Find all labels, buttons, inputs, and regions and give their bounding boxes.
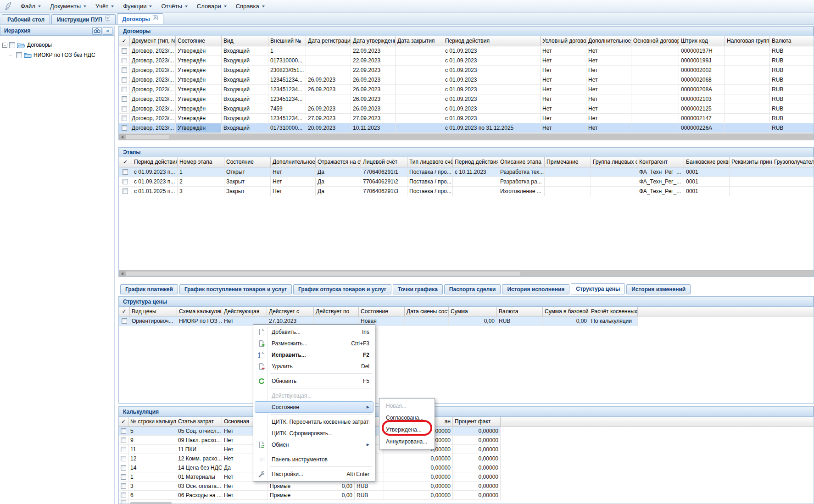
- cell[interactable]: Поставка / про...: [407, 187, 453, 196]
- cell[interactable]: RUB: [770, 46, 814, 55]
- column-header[interactable]: Тип лицевого счёт: [407, 157, 453, 167]
- row-checkbox-cell[interactable]: [119, 114, 130, 123]
- cell[interactable]: [631, 104, 679, 113]
- cell[interactable]: Утверждён: [176, 123, 222, 133]
- row-checkbox-cell[interactable]: [119, 436, 128, 444]
- row-checkbox-cell[interactable]: [119, 187, 132, 196]
- row-checkbox-cell[interactable]: [119, 426, 128, 435]
- subtab-график-отпуска-товаров-и-услуг[interactable]: График отпуска товаров и услуг: [293, 284, 391, 294]
- cell[interactable]: Входящий: [222, 114, 268, 123]
- column-header[interactable]: ✓: [119, 157, 132, 167]
- row-checkbox-cell[interactable]: [119, 167, 132, 177]
- cell[interactable]: Договор, 2023/...: [130, 56, 176, 65]
- cell[interactable]: [453, 177, 498, 186]
- cell[interactable]: Договор, 2023/...: [130, 114, 176, 123]
- table-row[interactable]: с 01.09.2023 п...2ЗакрытНетДа7706406291\…: [119, 177, 814, 187]
- menubar-item[interactable]: Справка: [231, 1, 269, 11]
- menu-item-панель-инструментов[interactable]: Панель инструментов: [255, 454, 374, 465]
- cell[interactable]: Да: [316, 177, 361, 186]
- column-header[interactable]: Номер этапа: [178, 157, 224, 167]
- column-header[interactable]: Дата смены состо: [405, 307, 449, 316]
- cell[interactable]: 0,00: [543, 316, 589, 326]
- cell[interactable]: 123451234...: [268, 94, 306, 104]
- cell[interactable]: [631, 56, 679, 65]
- cell[interactable]: Разработка тех...: [498, 167, 545, 177]
- tree-node-niokr[interactable]: НИОКР по ГОЗ без НДС: [2, 50, 114, 60]
- menu-item-удалить[interactable]: УдалитьDel: [255, 360, 374, 372]
- cell[interactable]: Закрыт: [224, 187, 271, 196]
- menu-item-действующая[interactable]: Действующая...: [255, 390, 374, 401]
- cell[interactable]: 27.09.2023: [306, 114, 351, 123]
- cell[interactable]: с 01.01.2025 п...: [132, 187, 178, 196]
- cell[interactable]: с 01.09.2023 п...: [132, 177, 178, 186]
- cell[interactable]: [725, 56, 770, 65]
- cell[interactable]: 0,00000: [453, 463, 501, 472]
- cell[interactable]: с 01.09.2023: [443, 75, 541, 84]
- cell[interactable]: Нет: [222, 491, 268, 499]
- table-row[interactable]: Договор, 2023/...УтверждёнВходящий122.09…: [119, 46, 814, 56]
- cell[interactable]: 0,00000: [384, 472, 453, 481]
- cell[interactable]: RUB: [355, 491, 384, 499]
- cell[interactable]: 0000002068: [679, 75, 725, 84]
- column-header[interactable]: Период действия..: [132, 157, 178, 167]
- cell[interactable]: Нет: [541, 85, 586, 94]
- cell[interactable]: 1: [268, 46, 306, 55]
- cell[interactable]: 230823/051...: [268, 66, 306, 75]
- cell[interactable]: Нет: [586, 85, 631, 94]
- column-header[interactable]: Реквизиты принад: [730, 157, 772, 167]
- table-row[interactable]: Договор, 2023/...УтверждёнВходящий230823…: [119, 66, 814, 75]
- column-header[interactable]: Банковские рекви: [684, 157, 730, 167]
- cell[interactable]: [545, 187, 591, 196]
- cell[interactable]: [631, 66, 679, 75]
- menubar-item[interactable]: Словари: [192, 1, 231, 11]
- cell[interactable]: 26.09.2023: [306, 104, 351, 113]
- row-checkbox[interactable]: [122, 77, 127, 83]
- table-row[interactable]: Договор, 2023/...УтверждёнВходящий123451…: [119, 94, 814, 104]
- cell[interactable]: Нет: [541, 94, 586, 104]
- row-checkbox-cell[interactable]: [119, 177, 132, 186]
- cell[interactable]: [396, 56, 443, 65]
- cell[interactable]: [730, 167, 772, 177]
- cell[interactable]: 22.09.2023: [351, 46, 396, 55]
- cell[interactable]: Нет: [541, 123, 586, 133]
- table-row[interactable]: Договор, 2023/...УтверждёнВходящий017310…: [119, 123, 814, 133]
- menubar-item[interactable]: Документы: [45, 1, 90, 11]
- menubar-item[interactable]: Файл: [16, 1, 45, 11]
- cell[interactable]: 000000208A: [679, 85, 725, 94]
- cell[interactable]: Утверждён: [176, 114, 222, 123]
- cell[interactable]: Нет: [271, 167, 316, 177]
- cell[interactable]: RUB: [770, 56, 814, 65]
- cell[interactable]: [396, 123, 443, 133]
- cell[interactable]: НИОКР по ГОЗ ...: [177, 316, 222, 326]
- column-header[interactable]: Документ (тип, №: [130, 36, 176, 46]
- row-checkbox-cell[interactable]: [119, 482, 128, 490]
- row-checkbox[interactable]: [121, 474, 126, 480]
- cell[interactable]: 0000002125: [679, 104, 725, 113]
- cell[interactable]: [396, 46, 443, 55]
- cell[interactable]: ФА_Техн_Рег_...: [637, 167, 684, 177]
- cell[interactable]: [591, 167, 637, 177]
- row-checkbox[interactable]: [123, 179, 128, 184]
- cell[interactable]: 123451234...: [268, 85, 306, 94]
- menu-item-добавить[interactable]: Добавить...Ins: [255, 326, 374, 338]
- tab-рабочий-стол[interactable]: Рабочий стол: [2, 14, 50, 24]
- column-header[interactable]: Дата утверждения: [351, 36, 396, 46]
- cell[interactable]: Утверждён: [176, 66, 222, 75]
- cell[interactable]: [772, 187, 814, 196]
- cell[interactable]: Да: [316, 167, 361, 177]
- row-checkbox[interactable]: [121, 493, 126, 498]
- column-header[interactable]: Дата закрытия: [396, 36, 443, 46]
- menubar-item[interactable]: Учёт: [90, 1, 118, 11]
- cell[interactable]: 7706406291\1: [361, 167, 407, 177]
- cell[interactable]: Договор, 2023/...: [130, 75, 176, 84]
- column-header[interactable]: Действует с: [267, 307, 314, 316]
- cell[interactable]: Договор, 2023/...: [130, 66, 176, 75]
- tree-node-contracts[interactable]: Договоры: [2, 40, 114, 50]
- column-header[interactable]: Расчёт косвенных: [589, 307, 638, 316]
- cell[interactable]: [631, 94, 679, 104]
- cell[interactable]: 11 ПКИ: [176, 445, 222, 454]
- cell[interactable]: 000000226A: [679, 123, 725, 133]
- row-checkbox-cell[interactable]: [119, 463, 128, 472]
- column-header[interactable]: Сумма: [449, 307, 497, 316]
- row-checkbox[interactable]: [121, 428, 126, 434]
